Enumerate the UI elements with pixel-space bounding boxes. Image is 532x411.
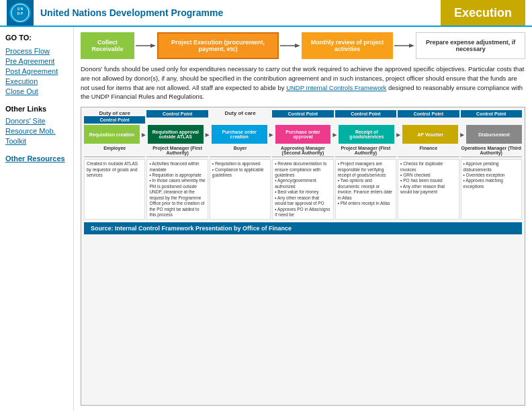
- diag-col-3: Duty of care .: [210, 110, 271, 124]
- diag-col-1: Duty of care Control Point: [84, 110, 145, 124]
- svg-text:U N: U N: [17, 7, 24, 11]
- source-box: Source: Internal Control Framework Prese…: [84, 222, 522, 234]
- diag-box-disbursement: Disbursement: [466, 125, 522, 144]
- role-finance: Finance: [398, 146, 459, 157]
- content-area: Collect Receivable Project Execution (pr…: [74, 27, 532, 411]
- role-approving-mgr: Approving Manager (Second Authority): [272, 146, 333, 157]
- duty-label-1: Duty of care: [84, 110, 145, 116]
- control-label-1: Control Point: [84, 116, 145, 124]
- diag-col-4: Control Point: [272, 110, 333, 124]
- detail-cell-6: • Checks for duplicate invoices • GRN ch…: [398, 159, 459, 220]
- control-label-5: Control Point: [335, 110, 396, 118]
- sidebar-item-execution[interactable]: Execution: [5, 77, 68, 85]
- diag-header-row: Duty of care Control Point Control Point…: [84, 110, 522, 124]
- detail-cell-5: • Project managers are responsible for v…: [335, 159, 396, 220]
- diag-detail-row: Created in /outside ATLAS by requestor o…: [84, 159, 522, 220]
- sidebar-item-close-out[interactable]: Close Out: [5, 87, 68, 95]
- diag-arrow-1: ►: [140, 131, 147, 138]
- svg-marker-6: [295, 44, 300, 48]
- flow-step-prepare: Prepare expense adjustment, if necessary: [416, 32, 525, 59]
- diag-col-5: Control Point: [335, 110, 396, 124]
- diag-box-po-approval: Purchase order approval: [275, 125, 331, 144]
- internal-controls-link[interactable]: UNDP Internal Controls Framework: [286, 84, 386, 91]
- diag-col-7: Control Point: [461, 110, 522, 124]
- svg-text:D P: D P: [17, 11, 24, 15]
- role-ops-mgr: Operations Manager (Third Authority): [461, 146, 522, 157]
- detail-cell-3: • Requisition is approved • Compliance t…: [210, 159, 271, 220]
- diag-arrow-2: ►: [204, 131, 211, 138]
- sidebar-item-process-flow[interactable]: Process Flow: [5, 47, 68, 55]
- detail-cell-2: • Activities financed within mandate • R…: [146, 159, 208, 220]
- flow-arrow-1: [136, 41, 156, 50]
- control-label-2: Control Point: [146, 110, 208, 118]
- diag-col-2: Control Point: [146, 110, 208, 124]
- flow-step-collect: Collect Receivable: [81, 32, 134, 59]
- control-label-3: .: [210, 116, 271, 124]
- header-title: United Nations Development Programme: [40, 7, 441, 18]
- detail-cell-1: Created in /outside ATLAS by requestor o…: [84, 159, 145, 220]
- flow-arrow-2: [280, 41, 300, 50]
- duty-label-3: Duty of care: [210, 110, 271, 116]
- diag-box-ap-voucher: AP Voucher: [402, 125, 458, 144]
- flow-arrow-3: [394, 41, 414, 50]
- logo-box: U N D P: [7, 0, 34, 26]
- diag-box-po-creation: Purchase order creation: [212, 125, 267, 144]
- control-label-4: Control Point: [272, 110, 333, 118]
- diag-arrow-3: ►: [268, 131, 275, 138]
- diag-col-6: Control Point: [398, 110, 459, 124]
- sidebar-resource-mob[interactable]: Resource Mob.: [5, 127, 68, 135]
- execution-badge: Execution: [441, 0, 525, 26]
- svg-marker-8: [409, 44, 414, 48]
- other-links-label: Other Links: [5, 105, 68, 113]
- flow-step-monthly: Monthly review of project activities: [302, 32, 393, 59]
- sidebar-donors-site[interactable]: Donors' Site: [5, 117, 68, 125]
- role-pm-first: Project Manager (First Authority): [146, 146, 208, 157]
- description-text: Donors' funds should be used only for ex…: [81, 64, 525, 101]
- diag-arrow-4: ►: [331, 131, 338, 138]
- process-diagram: Duty of care Control Point Control Point…: [81, 107, 525, 406]
- flow-step-execution: Project Execution (procurement, payment,…: [157, 32, 279, 59]
- diag-box-receipt: Receipt of goods/services: [339, 125, 394, 144]
- control-label-7: Control Point: [461, 110, 522, 118]
- header: U N D P United Nations Development Progr…: [0, 0, 532, 27]
- main-layout: GO TO: Process Flow Pre Agreement Post A…: [0, 27, 532, 411]
- sidebar-toolkit[interactable]: Toolkit: [5, 137, 68, 145]
- role-pm-first-2: Project Manager (First Authority): [335, 146, 396, 157]
- role-buyer: Buyer: [210, 146, 271, 157]
- sidebar: GO TO: Process Flow Pre Agreement Post A…: [0, 27, 74, 411]
- sidebar-item-pre-agreement[interactable]: Pre Agreement: [5, 57, 68, 65]
- flow-diagram-top: Collect Receivable Project Execution (pr…: [81, 32, 525, 59]
- goto-label: GO TO:: [5, 34, 68, 42]
- diag-role-row: Employee Project Manager (First Authorit…: [84, 146, 522, 157]
- diag-boxes-row: Requisition creation ► Requisition appro…: [84, 125, 522, 144]
- diag-box-requisition: Requisition creation: [84, 125, 140, 144]
- detail-cell-7: • Approve pending disbursements • Overri…: [461, 159, 522, 220]
- detail-cell-4: • Review documentation to ensure complia…: [272, 159, 333, 220]
- sidebar-item-post-agreement[interactable]: Post Agreement: [5, 67, 68, 75]
- diag-arrow-6: ►: [459, 131, 466, 138]
- control-label-6: Control Point: [398, 110, 459, 118]
- svg-marker-4: [150, 44, 156, 48]
- other-resources-label[interactable]: Other Resources: [5, 154, 68, 163]
- diag-arrow-5: ►: [395, 131, 402, 138]
- undp-logo: U N D P: [9, 3, 31, 23]
- role-employee: Employee: [84, 146, 145, 157]
- diag-box-approval: Requisition approval outside ATLAS: [148, 125, 204, 144]
